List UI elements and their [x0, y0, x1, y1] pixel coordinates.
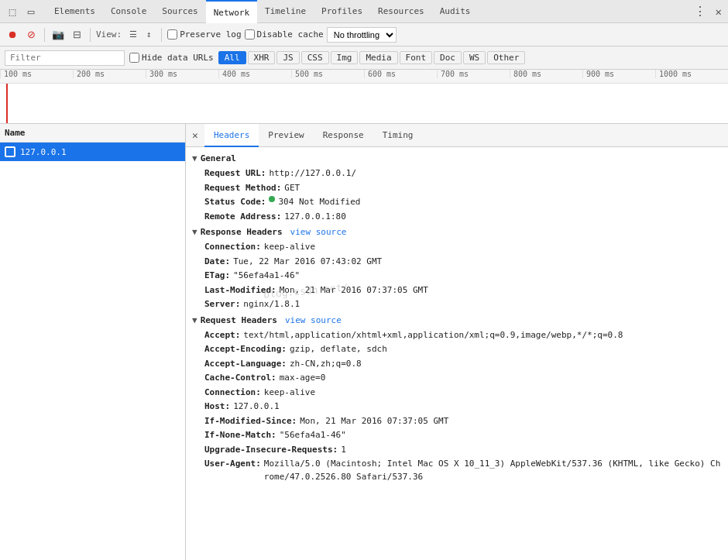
- header-field-value: 304 Not Modified: [278, 196, 360, 209]
- timeline-marker: 400 ms: [218, 70, 291, 78]
- inspect-icon[interactable]: ⬚: [3, 2, 22, 21]
- header-field-value: 127.0.0.1: [233, 400, 280, 414]
- header-field-name: Server:: [204, 298, 240, 311]
- requests-panel: Name 127.0.0.1: [0, 124, 186, 560]
- devtools-tab-resources[interactable]: Resources: [370, 0, 432, 23]
- chevron-icon: ▼: [192, 315, 197, 325]
- toolbar-sep-2: [90, 28, 91, 42]
- header-field-name: Status Code:: [204, 196, 266, 209]
- camera-button[interactable]: 📷: [50, 27, 66, 43]
- header-field-name: Remote Address:: [204, 211, 281, 224]
- header-row: Server:nginx/1.8.1: [186, 297, 728, 312]
- details-tab-timing[interactable]: Timing: [373, 124, 423, 147]
- main-split: Name 127.0.0.1 ✕ HeadersPreviewResponseT…: [0, 124, 728, 560]
- header-field-name: Upgrade-Insecure-Requests:: [204, 444, 338, 457]
- header-field-value: nginx/1.8.1: [243, 298, 300, 311]
- tab-list: ElementsConsoleSourcesNetworkTimelinePro…: [46, 0, 478, 23]
- header-row: Request Method:GET: [186, 181, 728, 196]
- requests-header: Name: [0, 124, 185, 143]
- hide-data-urls-label[interactable]: Hide data URLs: [129, 53, 214, 63]
- filter-input[interactable]: [5, 50, 125, 66]
- details-tab-response[interactable]: Response: [314, 124, 373, 147]
- view-source-link[interactable]: view source: [290, 227, 347, 237]
- filter-chip-js[interactable]: JS: [276, 51, 299, 64]
- timeline-marker: 300 ms: [146, 70, 218, 78]
- close-icon[interactable]: ✕: [713, 5, 725, 18]
- view-label: View:: [96, 29, 122, 40]
- header-row: If-Modified-Since:Mon, 21 Mar 2016 07:37…: [186, 414, 728, 429]
- header-field-value: text/html,application/xhtml+xml,applicat…: [243, 329, 623, 342]
- throttle-select[interactable]: No throttlingOnlineFast 3GSlow 3GOffline: [327, 27, 397, 43]
- filter-chip-img[interactable]: Img: [331, 51, 359, 64]
- details-tab-list: HeadersPreviewResponseTiming: [204, 124, 422, 147]
- details-tab-headers[interactable]: Headers: [204, 124, 259, 147]
- header-field-value: 1: [341, 444, 346, 457]
- devtools-tab-bar: ⬚ ▭ ElementsConsoleSourcesNetworkTimelin…: [0, 0, 728, 23]
- headers-content: ▼GeneralRequest URL:http://127.0.0.1/Req…: [186, 147, 728, 487]
- devtools-tab-timeline[interactable]: Timeline: [257, 0, 314, 23]
- header-field-name: User-Agent:: [204, 458, 261, 471]
- preserve-log-checkbox[interactable]: [167, 29, 177, 40]
- disable-cache-checkbox[interactable]: [245, 29, 255, 40]
- filter-chip-all[interactable]: All: [218, 51, 246, 64]
- filter-chip-doc[interactable]: Doc: [434, 51, 462, 64]
- header-field-name: Cache-Control:: [204, 372, 276, 385]
- header-field-value: Tue, 22 Mar 2016 07:43:02 GMT: [233, 256, 382, 269]
- record-button[interactable]: ⏺: [5, 27, 20, 43]
- header-row: If-None-Match:"56efa4a1-46": [186, 428, 728, 443]
- view-source-link[interactable]: view source: [285, 315, 342, 325]
- devtools-tab-sources[interactable]: Sources: [154, 0, 205, 23]
- timeline-playhead: [6, 84, 8, 124]
- header-row: Accept-Encoding:gzip, deflate, sdch: [186, 342, 728, 357]
- header-field-name: Request Method:: [204, 182, 281, 195]
- filter-chip-xhr[interactable]: XHR: [248, 51, 276, 64]
- header-field-name: Accept-Encoding:: [204, 343, 287, 356]
- details-tab-preview[interactable]: Preview: [259, 124, 313, 147]
- filter-bar: Hide data URLs AllXHRJSCSSImgMediaFontDo…: [0, 46, 728, 70]
- devtools-tab-profiles[interactable]: Profiles: [314, 0, 370, 23]
- filter-chip-font[interactable]: Font: [400, 51, 433, 64]
- section-header[interactable]: ▼General: [186, 150, 728, 167]
- filter-chip-ws[interactable]: WS: [463, 51, 486, 64]
- disable-cache-label[interactable]: Disable cache: [245, 29, 324, 40]
- preserve-log-label[interactable]: Preserve log: [167, 29, 241, 40]
- filter-chip-media[interactable]: Media: [359, 51, 397, 64]
- request-row[interactable]: 127.0.0.1: [0, 143, 185, 161]
- header-row: Host:127.0.0.1: [186, 400, 728, 414]
- hide-data-urls-checkbox[interactable]: [129, 53, 139, 63]
- device-icon[interactable]: ▭: [22, 2, 40, 21]
- chevron-icon: ▼: [192, 153, 197, 163]
- filter-chip-other[interactable]: Other: [487, 51, 525, 64]
- devtools-tab-elements[interactable]: Elements: [46, 0, 103, 23]
- header-row: Cache-Control:max-age=0: [186, 371, 728, 386]
- header-row: Connection:keep-alive: [186, 386, 728, 400]
- devtools-tab-audits[interactable]: Audits: [432, 0, 479, 23]
- timeline-marker: 600 ms: [364, 70, 437, 78]
- header-row: Request URL:http://127.0.0.1/: [186, 167, 728, 181]
- timeline-marker: 500 ms: [291, 70, 364, 78]
- header-row: Remote Address:127.0.0.1:80: [186, 210, 728, 225]
- devtools-tab-console[interactable]: Console: [103, 0, 154, 23]
- filter-chip-css[interactable]: CSS: [301, 51, 329, 64]
- network-toolbar: ⏺ ⊘ 📷 ⊟ View: ☰ ↕ Preserve log Disable c…: [0, 23, 728, 46]
- header-field-value: "56efa4a1-46": [233, 270, 300, 283]
- more-icon[interactable]: ⋮: [691, 4, 709, 19]
- timeline-body: [0, 84, 728, 124]
- header-field-value: Mozilla/5.0 (Macintosh; Intel Mac OS X 1…: [264, 458, 722, 483]
- header-row: Accept-Language:zh-CN,zh;q=0.8: [186, 357, 728, 372]
- section-header[interactable]: ▼Response Headersview source: [186, 224, 728, 240]
- stop-button[interactable]: ⊘: [23, 27, 39, 43]
- chevron-icon: ▼: [192, 227, 197, 237]
- section-header[interactable]: ▼Request Headersview source: [186, 312, 728, 328]
- header-field-name: Accept:: [204, 329, 240, 342]
- list-view-icon[interactable]: ☰: [126, 28, 140, 42]
- details-close-icon[interactable]: ✕: [186, 124, 204, 147]
- header-field-name: Date:: [204, 256, 230, 269]
- header-field-name: If-None-Match:: [204, 429, 276, 442]
- devtools-tab-network[interactable]: Network: [206, 0, 257, 23]
- timeline-marker: 700 ms: [437, 70, 510, 78]
- header-field-value: "56efa4a1-46": [280, 429, 346, 442]
- header-field-name: Connection:: [204, 387, 261, 400]
- filter-button[interactable]: ⊟: [69, 27, 84, 43]
- waterfall-view-icon[interactable]: ↕: [142, 28, 156, 42]
